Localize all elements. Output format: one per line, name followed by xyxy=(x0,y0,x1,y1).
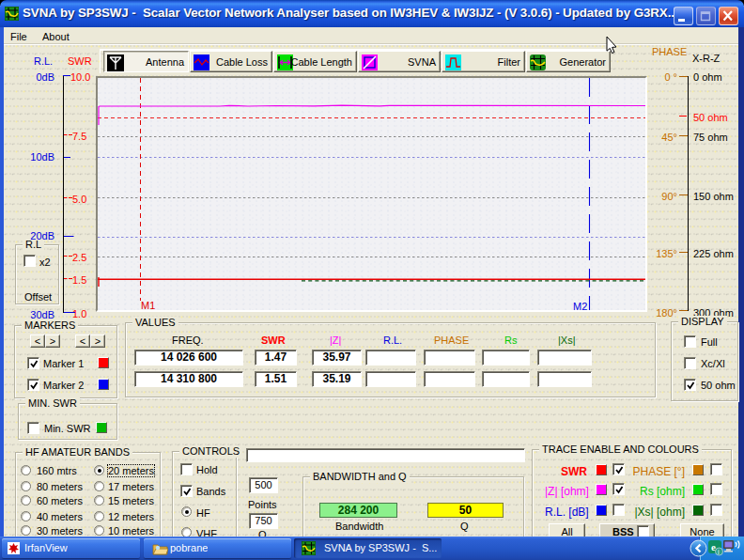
svg-text:M1: M1 xyxy=(141,300,155,310)
svg-text:M2: M2 xyxy=(573,301,587,310)
